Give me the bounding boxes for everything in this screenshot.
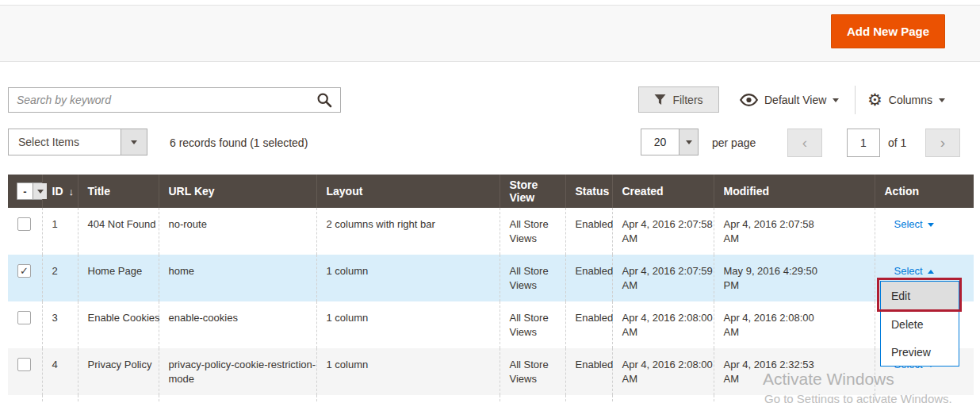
row-checkbox[interactable] (17, 358, 31, 371)
cell-url-key: privacy-policy-cookie-restriction-mode (159, 348, 316, 395)
cell-status: Enabled (565, 348, 612, 395)
cell-store-view: All Store Views (500, 301, 565, 348)
page-number-input[interactable] (847, 129, 880, 157)
columns-label: Columns (889, 94, 932, 106)
chevron-down-icon (833, 98, 839, 102)
cell-status: Enabled (565, 255, 612, 301)
cell-created: Apr 4, 2016 2:08:00 AM (612, 348, 714, 395)
cell-created: Apr 4, 2016 2:07:58 AM (612, 208, 714, 255)
table-row: 1 404 Not Found no-route 2 columns with … (8, 208, 974, 255)
table-row: 3 Enable Cookies enable-cookies 1 column… (8, 301, 974, 348)
total-pages-label: of 1 (888, 136, 906, 149)
cell-title: Privacy Policy (78, 348, 159, 395)
cell-layout: 2 columns with right bar (316, 208, 500, 255)
mass-action-caret-button[interactable] (121, 129, 147, 155)
toolbar-divider (855, 86, 856, 114)
cell-layout: 1 column (316, 255, 500, 301)
mass-action-label: Select Items (9, 129, 121, 155)
column-header-title[interactable]: Title (78, 175, 159, 208)
columns-control[interactable]: ⚙ Columns (867, 89, 945, 111)
cell-title: Home Page (78, 255, 159, 301)
row-checkbox-checked[interactable] (17, 264, 31, 278)
cms-pages-table: ID Title URL Key Layout Store View Statu… (8, 175, 974, 403)
cell-layout: 1 column (316, 348, 500, 395)
gear-icon: ⚙ (867, 92, 882, 109)
per-page-caret-button[interactable] (679, 129, 698, 155)
column-header-layout[interactable]: Layout (316, 175, 500, 208)
per-page-value: 20 (641, 129, 679, 155)
column-header-url-key[interactable]: URL Key (159, 175, 316, 208)
cell-modified: Apr 4, 2016 2:08:00 AM (714, 301, 875, 348)
search-button[interactable] (308, 88, 340, 112)
cell-created: Apr 4, 2016 2:07:59 AM (612, 255, 714, 301)
filter-funnel-icon (654, 94, 666, 106)
chevron-down-icon (928, 223, 934, 227)
cell-url-key: home (159, 255, 316, 301)
cell-modified: May 9, 2016 4:29:50 PM (714, 255, 875, 301)
next-page-button[interactable]: › (925, 129, 960, 157)
cell-title: 404 Not Found (78, 208, 159, 255)
chevron-down-icon (939, 98, 945, 102)
add-new-page-button[interactable]: Add New Page (831, 14, 945, 48)
per-page-label: per page (712, 136, 756, 149)
select-all-caret-button[interactable] (33, 183, 47, 199)
column-header-store-view[interactable]: Store View (500, 175, 565, 208)
table-row-selected: 2 Home Page home 1 column All Store View… (8, 255, 974, 301)
select-all-header (8, 175, 42, 208)
chevron-down-icon (131, 140, 137, 144)
table-header-row: ID Title URL Key Layout Store View Statu… (8, 175, 974, 208)
eye-icon (740, 94, 758, 106)
cell-id: 2 (42, 255, 78, 301)
row-action-select[interactable]: Select (894, 217, 934, 232)
cell-url-key: enable-cookies (159, 301, 316, 348)
row-checkbox[interactable] (17, 217, 31, 231)
filters-button[interactable]: Filters (638, 86, 719, 113)
cell-id: 1 (42, 208, 78, 255)
select-all-dropdown[interactable] (17, 182, 48, 200)
menu-item-delete[interactable]: Delete (881, 310, 959, 338)
search-input[interactable] (9, 88, 308, 112)
row-action-select-open[interactable]: Select (894, 264, 934, 278)
cell-url-key: no-route (159, 208, 316, 255)
cell-id: 4 (42, 348, 78, 395)
column-header-action[interactable]: Action (875, 175, 974, 208)
activate-windows-watermark: Activate Windows (763, 370, 894, 389)
column-header-modified[interactable]: Modified (714, 175, 875, 208)
cell-status: Enabled (565, 301, 612, 348)
records-summary: 6 records found (1 selected) (170, 136, 308, 149)
column-header-id[interactable]: ID (42, 175, 78, 208)
menu-item-preview[interactable]: Preview (881, 338, 959, 366)
search-icon (316, 92, 332, 108)
chevron-down-icon (686, 140, 692, 144)
activate-windows-subtext: Go to Settings to activate Windows. (764, 392, 952, 403)
chevron-down-icon (37, 190, 44, 194)
cell-created: Apr 4, 2016 2:08:00 AM (612, 301, 714, 348)
filters-label: Filters (672, 94, 702, 106)
cell-store-view: All Store Views (500, 348, 565, 395)
column-header-status[interactable]: Status (565, 175, 612, 208)
cms-pages-grid-screen: Add New Page Filters Def (0, 0, 980, 403)
cell-layout: 1 column (316, 301, 500, 348)
previous-page-button[interactable]: ‹ (787, 129, 822, 157)
menu-item-edit[interactable]: Edit (881, 282, 959, 310)
column-header-created[interactable]: Created (612, 175, 714, 208)
cell-store-view: All Store Views (500, 208, 565, 255)
cell-id: 3 (42, 301, 78, 348)
cell-modified: Apr 4, 2016 2:07:58 AM (714, 208, 875, 255)
sort-descending-icon (69, 185, 75, 198)
mass-action-select[interactable]: Select Items (8, 129, 147, 155)
view-switcher[interactable]: Default View (740, 89, 839, 111)
row-action-menu: Edit Delete Preview (880, 281, 959, 367)
select-all-checkbox[interactable] (17, 183, 33, 199)
cell-store-view: All Store Views (500, 255, 565, 301)
cell-title: Enable Cookies (78, 301, 159, 348)
cell-status: Enabled (565, 208, 612, 255)
row-checkbox[interactable] (17, 311, 31, 324)
per-page-select[interactable]: 20 (641, 129, 699, 155)
view-label: Default View (764, 94, 826, 106)
chevron-up-icon (928, 270, 934, 274)
keyword-search (8, 87, 341, 113)
